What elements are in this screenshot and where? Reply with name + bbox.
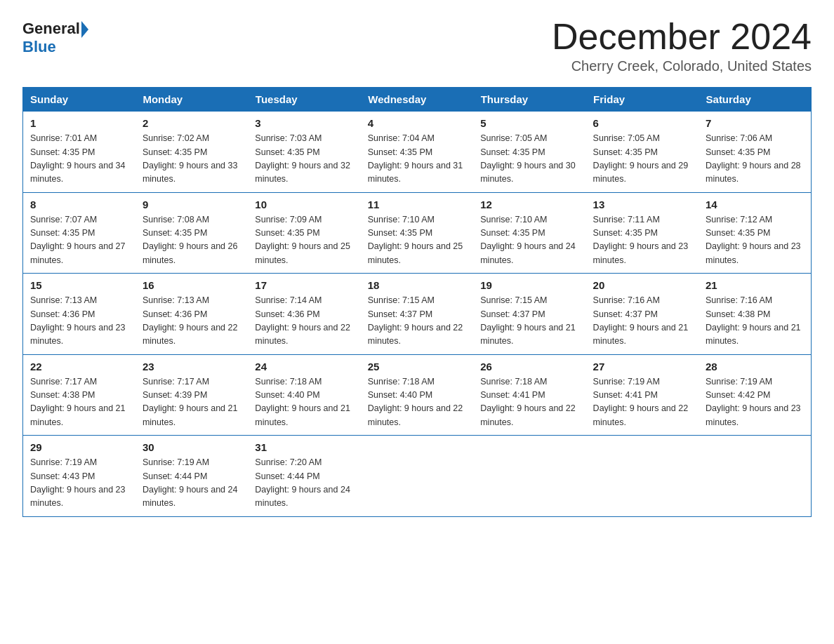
day-number: 4 [368,117,466,129]
day-info: Sunrise: 7:07 AMSunset: 4:35 PMDaylight:… [30,213,128,268]
table-row: 16 Sunrise: 7:13 AMSunset: 4:36 PMDaylig… [135,274,248,355]
day-info: Sunrise: 7:19 AMSunset: 4:42 PMDaylight:… [706,375,804,430]
table-row: 2 Sunrise: 7:02 AMSunset: 4:35 PMDayligh… [135,112,248,193]
table-row: 23 Sunrise: 7:17 AMSunset: 4:39 PMDaylig… [135,354,248,436]
table-row [699,436,811,517]
table-row: 1 Sunrise: 7:01 AMSunset: 4:35 PMDayligh… [23,112,135,193]
table-row [586,436,699,517]
table-row: 18 Sunrise: 7:15 AMSunset: 4:37 PMDaylig… [361,274,473,355]
calendar-week-1: 1 Sunrise: 7:01 AMSunset: 4:35 PMDayligh… [23,112,812,193]
day-info: Sunrise: 7:05 AMSunset: 4:35 PMDaylight:… [593,132,691,187]
table-row: 25 Sunrise: 7:18 AMSunset: 4:40 PMDaylig… [361,354,473,436]
day-number: 18 [368,279,466,291]
day-info: Sunrise: 7:01 AMSunset: 4:35 PMDaylight:… [30,132,128,187]
header-tuesday: Tuesday [248,88,360,112]
day-number: 2 [143,117,241,129]
day-info: Sunrise: 7:06 AMSunset: 4:35 PMDaylight:… [706,132,804,187]
day-info: Sunrise: 7:16 AMSunset: 4:38 PMDaylight:… [706,294,804,349]
day-info: Sunrise: 7:09 AMSunset: 4:35 PMDaylight:… [255,213,353,268]
day-number: 13 [593,199,691,210]
month-title: December 2024 [552,17,812,57]
day-info: Sunrise: 7:18 AMSunset: 4:40 PMDaylight:… [255,375,353,430]
day-info: Sunrise: 7:15 AMSunset: 4:37 PMDaylight:… [368,294,466,349]
day-info: Sunrise: 7:08 AMSunset: 4:35 PMDaylight:… [143,213,241,268]
table-row: 30 Sunrise: 7:19 AMSunset: 4:44 PMDaylig… [135,436,248,517]
table-row: 7 Sunrise: 7:06 AMSunset: 4:35 PMDayligh… [699,112,811,193]
table-row: 12 Sunrise: 7:10 AMSunset: 4:35 PMDaylig… [473,192,585,274]
calendar-table: Sunday Monday Tuesday Wednesday Thursday… [22,87,812,517]
day-info: Sunrise: 7:10 AMSunset: 4:35 PMDaylight:… [368,213,466,268]
calendar-week-4: 22 Sunrise: 7:17 AMSunset: 4:38 PMDaylig… [23,354,812,436]
header-sunday: Sunday [23,88,135,112]
day-info: Sunrise: 7:19 AMSunset: 4:44 PMDaylight:… [143,456,241,511]
day-info: Sunrise: 7:11 AMSunset: 4:35 PMDaylight:… [593,213,691,268]
day-number: 5 [480,117,578,129]
table-row: 31 Sunrise: 7:20 AMSunset: 4:44 PMDaylig… [248,436,360,517]
day-number: 30 [143,441,241,453]
table-row: 4 Sunrise: 7:04 AMSunset: 4:35 PMDayligh… [361,112,473,193]
day-number: 31 [255,441,353,453]
day-info: Sunrise: 7:12 AMSunset: 4:35 PMDaylight:… [706,213,804,268]
day-number: 1 [30,117,128,129]
table-row: 14 Sunrise: 7:12 AMSunset: 4:35 PMDaylig… [699,192,811,274]
day-number: 9 [143,199,241,210]
calendar-week-2: 8 Sunrise: 7:07 AMSunset: 4:35 PMDayligh… [23,192,812,274]
day-info: Sunrise: 7:19 AMSunset: 4:41 PMDaylight:… [593,375,691,430]
day-info: Sunrise: 7:04 AMSunset: 4:35 PMDaylight:… [368,132,466,187]
day-info: Sunrise: 7:16 AMSunset: 4:37 PMDaylight:… [593,294,691,349]
day-number: 3 [255,117,353,129]
table-row: 8 Sunrise: 7:07 AMSunset: 4:35 PMDayligh… [23,192,135,274]
day-number: 17 [255,279,353,291]
header-monday: Monday [135,88,248,112]
day-number: 11 [368,199,466,210]
day-number: 6 [593,117,691,129]
table-row: 15 Sunrise: 7:13 AMSunset: 4:36 PMDaylig… [23,274,135,355]
table-row [361,436,473,517]
day-number: 23 [143,361,241,373]
table-row: 5 Sunrise: 7:05 AMSunset: 4:35 PMDayligh… [473,112,585,193]
day-info: Sunrise: 7:03 AMSunset: 4:35 PMDaylight:… [255,132,353,187]
table-row: 22 Sunrise: 7:17 AMSunset: 4:38 PMDaylig… [23,354,135,436]
day-info: Sunrise: 7:20 AMSunset: 4:44 PMDaylight:… [255,456,353,511]
day-number: 8 [30,199,128,210]
day-info: Sunrise: 7:18 AMSunset: 4:41 PMDaylight:… [480,375,578,430]
logo-general-text: General [22,20,80,38]
calendar-week-3: 15 Sunrise: 7:13 AMSunset: 4:36 PMDaylig… [23,274,812,355]
day-info: Sunrise: 7:14 AMSunset: 4:36 PMDaylight:… [255,294,353,349]
day-number: 29 [30,441,128,453]
table-row: 17 Sunrise: 7:14 AMSunset: 4:36 PMDaylig… [248,274,360,355]
day-number: 7 [706,117,804,129]
logo-triangle-icon [81,21,88,38]
table-row [473,436,585,517]
day-number: 20 [593,279,691,291]
day-number: 26 [480,361,578,373]
day-info: Sunrise: 7:19 AMSunset: 4:43 PMDaylight:… [30,456,128,511]
table-row: 24 Sunrise: 7:18 AMSunset: 4:40 PMDaylig… [248,354,360,436]
day-number: 21 [706,279,804,291]
days-header-row: Sunday Monday Tuesday Wednesday Thursday… [23,88,812,112]
logo-blue-text: Blue [22,38,56,56]
table-row: 13 Sunrise: 7:11 AMSunset: 4:35 PMDaylig… [586,192,699,274]
table-row: 9 Sunrise: 7:08 AMSunset: 4:35 PMDayligh… [135,192,248,274]
table-row: 21 Sunrise: 7:16 AMSunset: 4:38 PMDaylig… [699,274,811,355]
day-number: 22 [30,361,128,373]
logo: General Blue [22,20,88,56]
title-block: December 2024 Cherry Creek, Colorado, Un… [552,17,812,74]
day-info: Sunrise: 7:05 AMSunset: 4:35 PMDaylight:… [480,132,578,187]
header-saturday: Saturday [699,88,811,112]
table-row: 3 Sunrise: 7:03 AMSunset: 4:35 PMDayligh… [248,112,360,193]
day-info: Sunrise: 7:17 AMSunset: 4:39 PMDaylight:… [143,375,241,430]
table-row: 29 Sunrise: 7:19 AMSunset: 4:43 PMDaylig… [23,436,135,517]
day-info: Sunrise: 7:02 AMSunset: 4:35 PMDaylight:… [143,132,241,187]
day-number: 10 [255,199,353,210]
table-row: 26 Sunrise: 7:18 AMSunset: 4:41 PMDaylig… [473,354,585,436]
day-number: 27 [593,361,691,373]
table-row: 11 Sunrise: 7:10 AMSunset: 4:35 PMDaylig… [361,192,473,274]
table-row: 6 Sunrise: 7:05 AMSunset: 4:35 PMDayligh… [586,112,699,193]
day-info: Sunrise: 7:13 AMSunset: 4:36 PMDaylight:… [143,294,241,349]
day-number: 25 [368,361,466,373]
day-number: 28 [706,361,804,373]
header-thursday: Thursday [473,88,585,112]
location-subtitle: Cherry Creek, Colorado, United States [552,58,812,74]
day-number: 14 [706,199,804,210]
